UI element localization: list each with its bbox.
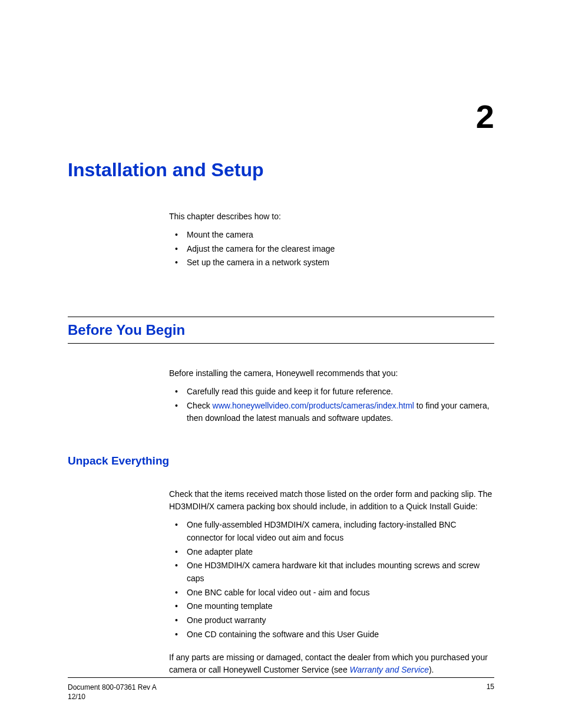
list-item: One BNC cable for local video out - aim … (169, 587, 494, 599)
list-item: One mounting template (169, 600, 494, 613)
honeywell-video-link[interactable]: www.honeywellvideo.com/products/cameras/… (213, 401, 414, 410)
list-item: One adapter plate (169, 546, 494, 559)
list-item: One fully-assembled HD3MDIH/X camera, in… (169, 519, 494, 544)
section-before-you-begin-heading: Before You Begin (68, 317, 494, 344)
text: ). (429, 665, 434, 674)
warranty-service-link[interactable]: Warranty and Service (350, 665, 429, 674)
unpack-bullets: One fully-assembled HD3MDIH/X camera, in… (169, 519, 494, 641)
list-item: Mount the camera (169, 229, 494, 242)
footer-left: Document 800-07361 Rev A 12/10 (68, 683, 157, 701)
list-item: Check www.honeywellvideo.com/products/ca… (169, 400, 494, 425)
list-item: One HD3MDIH/X camera hardware kit that i… (169, 559, 494, 585)
list-item: One CD containing the software and this … (169, 628, 494, 641)
before-lead: Before installing the camera, Honeywell … (169, 367, 494, 380)
footer-doc: Document 800-07361 Rev A (68, 683, 157, 692)
footer-date: 12/10 (68, 692, 157, 701)
unpack-trail: If any parts are missing or damaged, con… (169, 651, 494, 676)
chapter-number: 2 (68, 97, 494, 136)
section-unpack-heading: Unpack Everything (68, 454, 494, 467)
list-item: One product warranty (169, 614, 494, 627)
intro-lead: This chapter describes how to: (169, 210, 494, 223)
page-footer: Document 800-07361 Rev A 12/10 15 (68, 677, 494, 701)
text: If any parts are missing or damaged, con… (169, 653, 488, 674)
footer-page-number: 15 (487, 683, 494, 691)
chapter-title: Installation and Setup (68, 159, 494, 181)
list-item: Set up the camera in a network system (169, 256, 494, 269)
list-item: Carefully read this guide and keep it fo… (169, 386, 494, 398)
before-bullets: Carefully read this guide and keep it fo… (169, 386, 494, 425)
intro-bullets: Mount the camera Adjust the camera for t… (169, 229, 494, 269)
list-item: Adjust the camera for the clearest image (169, 243, 494, 256)
text: Check (187, 401, 213, 410)
unpack-lead: Check that the items received match thos… (169, 488, 494, 513)
